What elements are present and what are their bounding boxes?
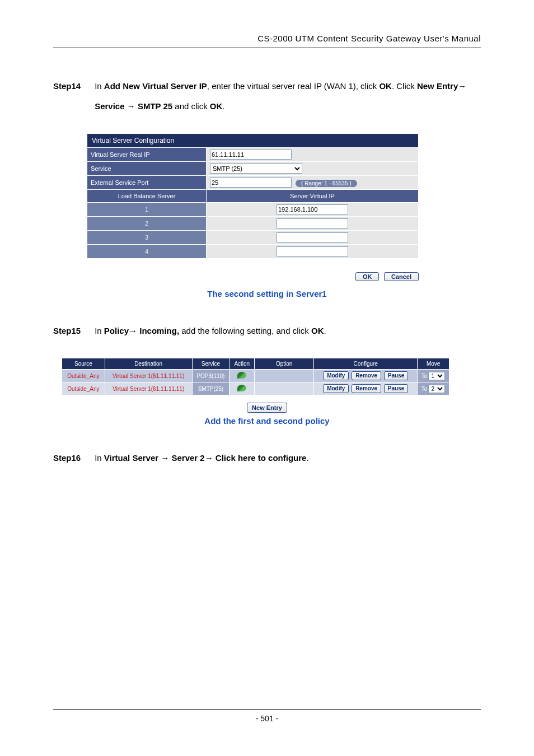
cell-option [255, 382, 314, 395]
cell-source: Outside_Any [62, 370, 105, 382]
page-header: CS-2000 UTM Content Security Gateway Use… [53, 34, 481, 48]
t: add the following setting, and click [179, 326, 311, 335]
t: , enter the virtual server real IP (WAN … [207, 81, 380, 91]
cell-service: POP3(110) [192, 370, 229, 382]
server-virtual-ip-input-4[interactable] [277, 246, 348, 256]
port-range-badge: ( Range: 1 - 65535 ) [296, 180, 357, 187]
external-service-port-input[interactable] [210, 178, 292, 188]
arrow-icon: → [129, 326, 137, 335]
t: SMTP 25 [135, 101, 172, 111]
col-service: Service [192, 358, 229, 370]
cell-action [229, 382, 255, 395]
cell-source: Outside_Any [62, 382, 105, 395]
t: In [95, 81, 104, 91]
step15: Step15 In Policy→ Incoming, add the foll… [53, 321, 481, 341]
step14-body: In Add New Virtual Server IP, enter the … [95, 76, 469, 116]
service-select[interactable]: SMTP (25) [210, 164, 302, 174]
new-entry-row: New Entry [53, 402, 481, 413]
step16-label: Step16 [53, 448, 92, 468]
move-to-label: To [421, 386, 428, 392]
modify-button[interactable]: Modify [323, 371, 349, 380]
policy-header-row: Source Destination Service Action Option… [62, 358, 449, 370]
pause-button[interactable]: Pause [384, 371, 408, 380]
remove-button[interactable]: Remove [352, 371, 381, 380]
lb-row-num: 4 [87, 245, 207, 259]
lb-row-num: 1 [87, 203, 207, 217]
server-virtual-ip-input-1[interactable] [277, 204, 348, 214]
vsc-ip-value-cell [207, 148, 419, 162]
col-action: Action [229, 358, 255, 370]
move-select[interactable]: 2 [428, 385, 445, 393]
policy-table-wrap: Source Destination Service Action Option… [62, 358, 481, 395]
cell-move: To1 [418, 370, 449, 382]
page-footer: - 501 - [53, 709, 481, 723]
cell-destination: Virtual Server 1(61.11.11.11) [105, 382, 192, 395]
server-virtual-ip-input-3[interactable] [277, 232, 348, 242]
col-source: Source [62, 358, 105, 370]
virtual-server-real-ip-input[interactable] [210, 150, 292, 160]
cell-option [255, 370, 314, 382]
server-virtual-ip-input-2[interactable] [277, 218, 348, 228]
step14: Step14 In Add New Virtual Server IP, ent… [53, 76, 481, 116]
lb-head-left: Load Balance Server [87, 190, 207, 203]
t: OK [379, 81, 392, 91]
caption-2: Add the first and second policy [53, 416, 481, 426]
remove-button[interactable]: Remove [352, 384, 381, 393]
cancel-button[interactable]: Cancel [384, 272, 419, 281]
t: Add New Virtual Server IP [104, 81, 207, 91]
step16-body: In Virtual Server → Server 2→ Click here… [95, 448, 469, 468]
step15-body: In Policy→ Incoming, add the following s… [95, 321, 469, 341]
cell-configure: Modify Remove Pause [314, 382, 418, 395]
vsc-button-row: OK Cancel [87, 271, 419, 281]
modify-button[interactable]: Modify [323, 384, 349, 393]
t: In [95, 326, 104, 335]
lb-row-val [207, 217, 419, 231]
cell-service: SMTP(25) [192, 382, 229, 395]
t: . [324, 326, 326, 335]
move-select[interactable]: 1 [428, 372, 445, 380]
t: OK [311, 326, 324, 335]
lb-row-val [207, 203, 419, 217]
virtual-server-config-table: Virtual Server Configuration Virtual Ser… [87, 133, 419, 259]
cell-move: To2 [418, 382, 449, 395]
policy-row: Outside_Any Virtual Server 1(61.11.11.11… [62, 370, 449, 382]
t: Service [95, 101, 127, 111]
col-move: Move [418, 358, 449, 370]
t: . Click [392, 81, 417, 91]
ok-button[interactable]: OK [355, 272, 380, 281]
t: Virtual Server [104, 453, 161, 463]
t: . [306, 453, 308, 463]
lb-row-val [207, 245, 419, 259]
arrow-icon: → [161, 453, 169, 463]
vsc-title: Virtual Server Configuration [87, 134, 419, 148]
col-option: Option [255, 358, 314, 370]
arrow-icon: → [127, 101, 135, 111]
lb-row-num: 2 [87, 217, 207, 231]
vsc-service-label: Service [87, 162, 207, 176]
allow-icon [237, 385, 246, 391]
cell-destination: Virtual Server 1(61.11.11.11) [105, 370, 192, 382]
move-to-label: To [421, 373, 428, 379]
col-destination: Destination [105, 358, 192, 370]
step16: Step16 In Virtual Server → Server 2→ Cli… [53, 448, 481, 468]
policy-table: Source Destination Service Action Option… [62, 358, 449, 395]
lb-row-val [207, 231, 419, 245]
t: and click [172, 101, 210, 111]
caption-1: The second setting in Server1 [53, 289, 481, 298]
pause-button[interactable]: Pause [384, 384, 408, 393]
t: Server 2 [169, 453, 204, 463]
t: In [95, 453, 104, 463]
new-entry-button[interactable]: New Entry [247, 403, 287, 413]
policy-row: Outside_Any Virtual Server 1(61.11.11.11… [62, 382, 449, 395]
arrow-icon: → [458, 81, 466, 91]
t: Click here to configure [213, 453, 307, 463]
lb-head-right: Server Virtual IP [207, 190, 419, 203]
allow-icon [237, 372, 246, 379]
vsc-port-value-cell: ( Range: 1 - 65535 ) [207, 176, 419, 190]
arrow-icon: → [205, 453, 213, 463]
cell-configure: Modify Remove Pause [314, 370, 418, 382]
t: OK [210, 101, 223, 111]
lb-row-num: 3 [87, 231, 207, 245]
t: Policy [104, 326, 129, 335]
vsc-service-value-cell: SMTP (25) [207, 162, 419, 176]
